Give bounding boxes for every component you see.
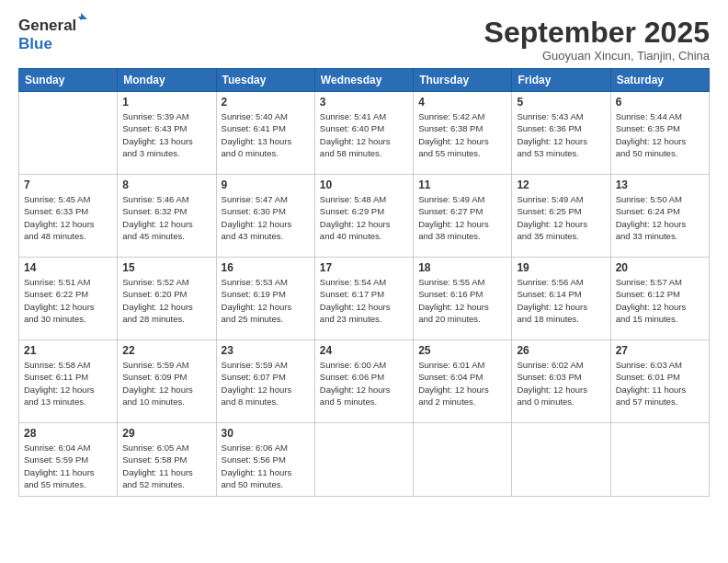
day-info: Sunrise: 5:53 AMSunset: 6:19 PMDaylight:… [222,276,310,325]
month-title: September 2025 [484,17,710,49]
day-info: Sunrise: 5:58 AMSunset: 6:11 PMDaylight:… [24,359,112,408]
calendar-cell: 30 Sunrise: 6:06 AMSunset: 5:56 PMDaylig… [216,423,314,497]
day-number: 8 [122,178,210,191]
calendar-cell: 28 Sunrise: 6:04 AMSunset: 5:59 PMDaylig… [19,423,118,497]
calendar-cell: 15 Sunrise: 5:52 AMSunset: 6:20 PMDaylig… [118,258,216,340]
day-number: 9 [222,178,310,191]
day-info: Sunrise: 5:43 AMSunset: 6:36 PMDaylight:… [517,110,605,159]
calendar-cell: 16 Sunrise: 5:53 AMSunset: 6:19 PMDaylig… [216,258,314,340]
day-number: 6 [616,96,704,109]
calendar-cell: 2 Sunrise: 5:40 AMSunset: 6:41 PMDayligh… [216,92,314,175]
weekday-header-row: Sunday Monday Tuesday Wednesday Thursday… [19,69,710,92]
day-number: 3 [320,96,408,109]
calendar-cell: 10 Sunrise: 5:48 AMSunset: 6:29 PMDaylig… [314,175,413,258]
day-number: 1 [122,96,210,109]
calendar-cell: 27 Sunrise: 6:03 AMSunset: 6:01 PMDaylig… [610,340,709,423]
calendar-cell: 25 Sunrise: 6:01 AMSunset: 6:04 PMDaylig… [414,340,512,423]
calendar-cell: 19 Sunrise: 5:56 AMSunset: 6:14 PMDaylig… [512,258,610,340]
calendar-cell [512,423,610,497]
day-info: Sunrise: 6:00 AMSunset: 6:06 PMDaylight:… [320,359,408,408]
calendar-cell: 7 Sunrise: 5:45 AMSunset: 6:33 PMDayligh… [19,175,118,258]
calendar-cell: 9 Sunrise: 5:47 AMSunset: 6:30 PMDayligh… [216,175,314,258]
day-info: Sunrise: 5:39 AMSunset: 6:43 PMDaylight:… [122,110,210,159]
day-info: Sunrise: 5:49 AMSunset: 6:25 PMDaylight:… [517,193,605,242]
day-info: Sunrise: 6:05 AMSunset: 5:58 PMDaylight:… [122,442,210,490]
day-number: 18 [418,261,506,274]
day-info: Sunrise: 6:03 AMSunset: 6:01 PMDaylight:… [616,359,704,408]
logo: General Blue [18,17,78,53]
day-number: 16 [222,261,310,274]
day-number: 27 [616,344,704,357]
day-info: Sunrise: 6:02 AMSunset: 6:03 PMDaylight:… [517,359,605,408]
calendar-cell [414,423,512,497]
day-number: 19 [517,261,605,274]
calendar-cell: 20 Sunrise: 5:57 AMSunset: 6:12 PMDaylig… [610,258,709,340]
header: General Blue September 2025 Guoyuan Xinc… [18,17,710,63]
day-number: 28 [24,427,112,440]
day-number: 4 [418,96,506,109]
day-info: Sunrise: 5:49 AMSunset: 6:27 PMDaylight:… [418,193,506,242]
header-tuesday: Tuesday [216,69,314,92]
header-monday: Monday [118,69,216,92]
calendar-week-2: 7 Sunrise: 5:45 AMSunset: 6:33 PMDayligh… [19,175,710,258]
day-number: 30 [222,427,310,440]
calendar-cell: 3 Sunrise: 5:41 AMSunset: 6:40 PMDayligh… [314,92,413,175]
day-number: 25 [418,344,506,357]
calendar-cell: 12 Sunrise: 5:49 AMSunset: 6:25 PMDaylig… [512,175,610,258]
day-number: 14 [24,261,112,274]
calendar-table: Sunday Monday Tuesday Wednesday Thursday… [18,68,710,497]
calendar-cell: 17 Sunrise: 5:54 AMSunset: 6:17 PMDaylig… [314,258,413,340]
day-number: 15 [122,261,210,274]
calendar-cell: 1 Sunrise: 5:39 AMSunset: 6:43 PMDayligh… [118,92,216,175]
calendar-cell: 29 Sunrise: 6:05 AMSunset: 5:58 PMDaylig… [118,423,216,497]
calendar-week-3: 14 Sunrise: 5:51 AMSunset: 6:22 PMDaylig… [19,258,710,340]
day-number: 12 [517,178,605,191]
calendar-cell: 14 Sunrise: 5:51 AMSunset: 6:22 PMDaylig… [19,258,118,340]
day-info: Sunrise: 5:44 AMSunset: 6:35 PMDaylight:… [616,110,704,159]
calendar-cell [19,92,118,175]
calendar-cell: 24 Sunrise: 6:00 AMSunset: 6:06 PMDaylig… [314,340,413,423]
day-number: 24 [320,344,408,357]
header-sunday: Sunday [19,69,118,92]
day-info: Sunrise: 5:50 AMSunset: 6:24 PMDaylight:… [616,193,704,242]
day-info: Sunrise: 5:45 AMSunset: 6:33 PMDaylight:… [24,193,112,242]
day-number: 20 [616,261,704,274]
calendar-cell: 23 Sunrise: 5:59 AMSunset: 6:07 PMDaylig… [216,340,314,423]
page: General Blue September 2025 Guoyuan Xinc… [0,0,728,563]
day-number: 26 [517,344,605,357]
day-info: Sunrise: 5:51 AMSunset: 6:22 PMDaylight:… [24,276,112,325]
subtitle: Guoyuan Xincun, Tianjin, China [484,49,710,63]
day-info: Sunrise: 5:59 AMSunset: 6:07 PMDaylight:… [222,359,310,408]
header-saturday: Saturday [610,69,709,92]
calendar-week-5: 28 Sunrise: 6:04 AMSunset: 5:59 PMDaylig… [19,423,710,497]
day-number: 10 [320,178,408,191]
day-info: Sunrise: 6:04 AMSunset: 5:59 PMDaylight:… [24,442,112,490]
title-block: September 2025 Guoyuan Xincun, Tianjin, … [484,17,710,63]
calendar-cell: 13 Sunrise: 5:50 AMSunset: 6:24 PMDaylig… [610,175,709,258]
calendar-week-4: 21 Sunrise: 5:58 AMSunset: 6:11 PMDaylig… [19,340,710,423]
header-friday: Friday [512,69,610,92]
day-number: 5 [517,96,605,109]
calendar-cell: 5 Sunrise: 5:43 AMSunset: 6:36 PMDayligh… [512,92,610,175]
day-info: Sunrise: 5:47 AMSunset: 6:30 PMDaylight:… [222,193,310,242]
day-number: 22 [122,344,210,357]
day-info: Sunrise: 5:41 AMSunset: 6:40 PMDaylight:… [320,110,408,159]
calendar-cell: 21 Sunrise: 5:58 AMSunset: 6:11 PMDaylig… [19,340,118,423]
day-info: Sunrise: 5:52 AMSunset: 6:20 PMDaylight:… [122,276,210,325]
day-number: 21 [24,344,112,357]
calendar-week-1: 1 Sunrise: 5:39 AMSunset: 6:43 PMDayligh… [19,92,710,175]
calendar-cell: 22 Sunrise: 5:59 AMSunset: 6:09 PMDaylig… [118,340,216,423]
day-info: Sunrise: 5:54 AMSunset: 6:17 PMDaylight:… [320,276,408,325]
day-info: Sunrise: 5:57 AMSunset: 6:12 PMDaylight:… [616,276,704,325]
day-info: Sunrise: 5:59 AMSunset: 6:09 PMDaylight:… [122,359,210,408]
header-wednesday: Wednesday [314,69,413,92]
calendar-cell [314,423,413,497]
day-info: Sunrise: 5:42 AMSunset: 6:38 PMDaylight:… [418,110,506,159]
calendar-cell [610,423,709,497]
day-number: 23 [222,344,310,357]
calendar-cell: 11 Sunrise: 5:49 AMSunset: 6:27 PMDaylig… [414,175,512,258]
logo-blue-text: Blue [18,35,52,52]
day-info: Sunrise: 6:01 AMSunset: 6:04 PMDaylight:… [418,359,506,408]
day-number: 7 [24,178,112,191]
calendar-cell: 4 Sunrise: 5:42 AMSunset: 6:38 PMDayligh… [414,92,512,175]
